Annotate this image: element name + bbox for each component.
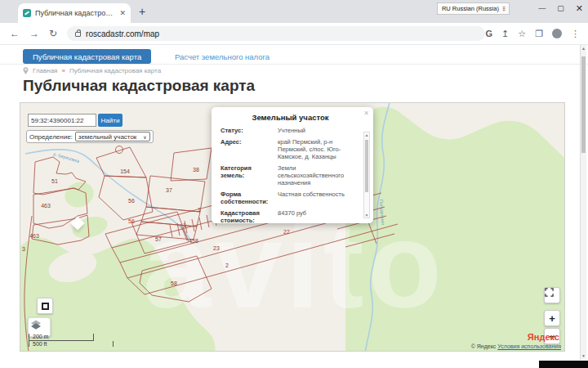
tab-title: Публичная кадастровая карта (35, 9, 115, 17)
reload-icon[interactable]: ↻ (49, 28, 57, 39)
browser-toolbar: ← → ↻ roscadastr.com/map G ↥ ☆ ❐ ⋮ (0, 23, 588, 45)
scroll-down-icon[interactable]: ▼ (581, 352, 586, 359)
window-controls: — ▢ ✕ (538, 2, 583, 15)
parcel-label[interactable]: 2 (225, 263, 229, 268)
browser-window: Публичная кадастровая карта ✕ + RU Russi… (0, 0, 588, 368)
scroll-up-icon[interactable]: ▲ (364, 132, 369, 137)
bookmark-star-icon[interactable]: ☆ (518, 29, 526, 39)
popup-row-label: Форма собственности: (220, 191, 271, 205)
maximize-button[interactable]: ▢ (557, 4, 564, 12)
popup-row-label: Адрес: (220, 138, 271, 160)
parcel-label[interactable]: 22 (283, 229, 290, 235)
zoom-in-button[interactable]: + (544, 310, 560, 326)
popup-row-value: край Пермский, р-н Пермский, с/пос. Юго-… (278, 138, 360, 160)
object-type-select[interactable]: земельный участок ∨ (75, 132, 150, 141)
popup-scrollbar[interactable]: ▲ ▼ (363, 132, 370, 218)
popup-close-icon[interactable]: ✕ (363, 110, 369, 117)
parcel-label[interactable]: 23 (213, 245, 220, 251)
parcel-label[interactable]: 38 (193, 167, 199, 173)
url-text[interactable]: roscadastr.com/map (86, 29, 159, 38)
popup-row-label: Статус: (220, 127, 271, 134)
minimize-button[interactable]: — (538, 4, 546, 12)
square-icon (42, 303, 49, 310)
address-bar[interactable]: roscadastr.com/map (67, 26, 485, 41)
tab-close-icon[interactable]: ✕ (119, 9, 126, 17)
header-divider (0, 64, 588, 65)
map-search: Найти (28, 114, 122, 127)
page-scroll-thumb[interactable] (581, 56, 586, 153)
popup-row: Статус:Учтенный (220, 127, 360, 134)
page-content: Публичная кадастровая карта Расчет земел… (0, 45, 588, 368)
scroll-down-icon[interactable]: ▼ (364, 213, 369, 218)
popup-row: Форма собственности:Частная собственност… (220, 191, 360, 205)
popup-scroll-thumb[interactable] (365, 140, 368, 192)
parcel-label[interactable]: 3 (22, 246, 25, 252)
breadcrumb: Главная » Публичная кадастровая карта (23, 67, 161, 74)
popup-row-label: Категория земель: (220, 164, 271, 186)
yandex-logo[interactable]: Яндекс (528, 332, 559, 342)
fullscreen-icon (545, 288, 554, 297)
cadastral-number-input[interactable] (28, 114, 96, 127)
parcel-label[interactable]: 56 (128, 198, 135, 204)
determine-label: Определение: (29, 133, 73, 141)
map-attribution: © Яндекс Условия использования (471, 343, 561, 349)
parcel-label[interactable]: 56 (128, 218, 135, 224)
tab-land-tax-calc[interactable]: Расчет земельного налога (175, 52, 270, 61)
parcel-label[interactable]: 463 (41, 203, 51, 209)
parcel-label[interactable]: 463 (29, 233, 39, 239)
close-window-button[interactable]: ✕ (576, 3, 583, 14)
profile-avatar-icon[interactable] (552, 29, 562, 38)
parcel-label[interactable]: 1 (183, 222, 186, 228)
cadastral-map[interactable]: avito р. Березовка Полуденная (20, 102, 565, 352)
popup-row: Категория земель:Земли сельскохозяйствен… (220, 164, 360, 186)
scroll-up-icon[interactable]: ▲ (581, 45, 586, 52)
back-icon[interactable]: ← (10, 28, 20, 39)
lock-icon (75, 32, 81, 37)
scale-metric: 200 m (29, 334, 94, 341)
parcel-label[interactable]: 1 (198, 207, 201, 213)
scale-imperial: 500 ft (29, 341, 114, 347)
popup-row: Адрес:край Пермский, р-н Пермский, с/пос… (220, 138, 360, 160)
popup-row-value: 84370 руб (278, 209, 360, 223)
page-scrollbar[interactable]: ▲ ▼ (580, 45, 586, 360)
forward-icon[interactable]: → (29, 28, 39, 39)
parcel-label[interactable]: 154 (120, 168, 130, 174)
language-indicator[interactable]: RU Russian (Russia) ⁝⁝ (437, 2, 510, 15)
object-type-value: земельный участок (78, 133, 137, 141)
parcel-info-popup: ✕ Земельный участок Статус:УчтенныйАдрес… (212, 107, 373, 223)
side-panel-icon[interactable]: ❐ (535, 29, 543, 39)
tab-public-cadastral-map[interactable]: Публичная кадастровая карта (23, 49, 151, 64)
search-button[interactable]: Найти (98, 114, 122, 127)
google-icon[interactable]: G (485, 29, 492, 38)
popup-row-label: Кадастровая стоимость: (220, 209, 271, 223)
browser-tab[interactable]: Публичная кадастровая карта ✕ (18, 3, 131, 23)
tab-strip: Публичная кадастровая карта ✕ + RU Russi… (0, 0, 588, 23)
parcel-label[interactable]: 37 (166, 187, 172, 193)
select-area-button[interactable] (37, 298, 53, 314)
layers-icon (29, 318, 43, 331)
chevron-down-icon: ∨ (143, 134, 146, 140)
parcel-label[interactable]: 57 (155, 236, 162, 242)
share-icon[interactable]: ↥ (501, 29, 509, 39)
language-label: RU Russian (Russia) (442, 5, 499, 12)
popup-rows: Статус:УчтенныйАдрес:край Пермский, р-н … (220, 127, 360, 223)
site-favicon-icon (23, 9, 31, 17)
copyright-text: © Яндекс (471, 343, 497, 349)
parcel-label[interactable]: 58 (171, 280, 177, 286)
parcel-label[interactable]: 51 (51, 178, 58, 184)
popup-row-value: Частная собственность (278, 191, 360, 205)
fullscreen-button[interactable] (544, 287, 560, 303)
new-tab-button[interactable]: + (139, 5, 145, 18)
location-pin-icon (23, 67, 29, 74)
determine-control: Определение: земельный участок ∨ (26, 130, 154, 143)
parcel-label[interactable]: 458 (189, 238, 198, 244)
toolbar-icons: G ↥ ☆ ❐ ⋮ (485, 29, 580, 39)
popup-row-value: Земли сельскохозяйственного назначения (278, 164, 360, 186)
breadcrumb-home[interactable]: Главная (33, 67, 57, 74)
popup-title: Земельный участок (220, 113, 360, 122)
popup-row-value: Учтенный (278, 127, 360, 134)
terms-link[interactable]: Условия использования (497, 343, 561, 349)
breadcrumb-separator-icon: » (61, 67, 65, 74)
page-title: Публичная кадастровая карта (23, 77, 255, 95)
browser-menu-icon[interactable]: ⋮ (571, 29, 580, 39)
